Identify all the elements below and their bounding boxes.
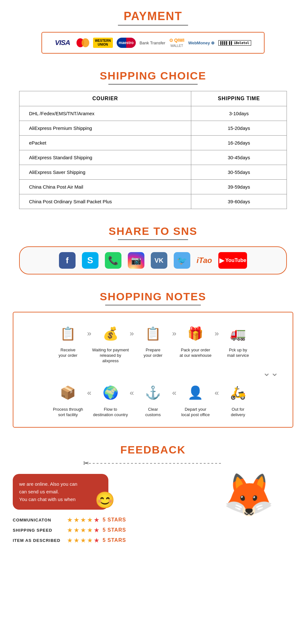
itao-icon[interactable]: iTao [197, 252, 212, 269]
qiwi-payment: ⊙ QIWIWALLET [169, 38, 185, 48]
arrow-2: » [130, 329, 134, 338]
western-union-logo: WESTERNUNION [93, 38, 113, 48]
item-stars: ★ ★ ★ ★ ★ [67, 536, 99, 544]
shopping-notes-section: SHOPPING NOTES 📋 Receiveyour order » 💰 W… [0, 281, 306, 434]
flow-label-depart: Depart yourlocal post office [181, 407, 210, 418]
skype-icon[interactable]: S [82, 252, 98, 269]
shipping-courier-6: China Post Ordinary Small Packet Plus [19, 194, 191, 209]
flow-item-out-delivery: 🛵 Out fordelivery [219, 381, 257, 418]
flow-label-receive: Receiveyour order [59, 348, 77, 358]
flow-item-pack: 🎁 Pack your orderat our warehouse [176, 322, 215, 358]
flow-item-receive: 📋 Receiveyour order [49, 322, 87, 358]
twitter-icon[interactable]: 🐦 [174, 252, 190, 269]
shipping-score: 5 STARS [103, 527, 126, 533]
flow-row-1: 📋 Receiveyour order » 💰 Waiting for paym… [20, 322, 286, 364]
flow-item-customs: ⚓ Clearcustoms [134, 381, 172, 418]
facebook-icon[interactable]: f [59, 252, 76, 269]
prepare-icon: 📋 [142, 322, 164, 345]
chat-emoji: 😊 [95, 487, 115, 513]
flow-row-2: 🛵 Out fordelivery « 👤 Depart yourlocal p… [20, 381, 286, 418]
shipping-courier-2: ePacket [19, 136, 191, 150]
communication-stars: ★ ★ ★ ★ ★ [67, 516, 99, 524]
money-icon: 💰 [99, 322, 122, 345]
communication-label: COMMUNICATON [13, 518, 64, 522]
qiwi-logo: ⊙ QIWIWALLET [169, 38, 185, 48]
shipping-courier-0: DHL /Fedex/EMS/TNT/Aramex [19, 106, 191, 121]
visa-logo: VISA [55, 39, 70, 47]
notes-underline [105, 305, 201, 305]
rating-shipping: SHIPPING SPEED ★ ★ ★ ★ ★ 5 STARS [13, 526, 198, 534]
flow-label-sort: Process throughsort facility [53, 407, 83, 418]
sns-icons-box: f S 📞 📷 VK 🐦 iTao ▶ YouTube [19, 246, 287, 274]
mascot-figure: 🦊 [223, 474, 274, 515]
truck-icon: 🚛 [227, 322, 250, 345]
person-icon: 👤 [184, 381, 207, 404]
shipping-time-2: 16-26days [191, 136, 287, 150]
arrow-rev-1: « [215, 388, 219, 397]
notes-flow-box: 📋 Receiveyour order » 💰 Waiting for paym… [13, 312, 293, 428]
shipping-time-6: 39-60days [191, 194, 287, 209]
shipping-time-5: 39-59days [191, 180, 287, 194]
chat-bubble: we are online. Also you cancan send us e… [13, 474, 108, 510]
flow-label-payment: Waiting for paymentreleased by alixpress [91, 348, 130, 364]
shipping-time-3: 30-45days [191, 150, 287, 165]
shipping-title: SHIPPING CHOICE [19, 70, 287, 82]
clipboard-icon: 📋 [56, 322, 79, 345]
shipping-time-1: 15-20days [191, 121, 287, 136]
chat-text: we are online. Also you cancan send us e… [19, 481, 77, 502]
mastercard-circle2 [82, 38, 89, 47]
shipping-time-0: 3-10days [191, 106, 287, 121]
flow-label-customs: Clearcustoms [145, 407, 161, 418]
arrow-3: » [172, 329, 176, 338]
scooter-icon: 🛵 [227, 381, 250, 404]
vk-icon[interactable]: VK [151, 252, 167, 269]
feedback-title: FEEDBACK [13, 444, 293, 456]
instagram-icon[interactable]: 📷 [128, 252, 144, 269]
western-union-payment: WESTERNUNION [93, 38, 113, 48]
payment-title: PAYMENT [6, 10, 300, 23]
payment-section: PAYMENT VISA WESTERNUNION maestro Bank T… [0, 0, 306, 60]
rating-item: ITEM AS DESCRIBED ★ ★ ★ ★ ★ 5 STARS [13, 536, 198, 544]
divider-line [89, 463, 223, 464]
shipping-label: SHIPPING SPEED [13, 528, 64, 533]
shipping-underline [108, 84, 198, 85]
feedback-divider: ✂ [13, 459, 293, 468]
flow-item-depart: 👤 Depart yourlocal post office [176, 381, 215, 418]
flow-item-destination: 🌍 Flow todestination country [91, 381, 130, 418]
payment-underline [118, 25, 188, 26]
flow-label-pickup: Pck up bymail service [227, 348, 249, 358]
shipping-time-4: 30-55days [191, 165, 287, 180]
rating-communication: COMMUNICATON ★ ★ ★ ★ ★ 5 STARS [13, 516, 198, 524]
scissors-icon: ✂ [83, 459, 89, 468]
shipping-courier-3: AliExpress Standard Shipping [19, 150, 191, 165]
visa-payment: VISA [55, 39, 70, 47]
arrow-rev-2: « [172, 388, 176, 397]
arrow-4: » [215, 329, 219, 338]
feedback-mascot: 🦊 [204, 474, 293, 515]
ratings-section: COMMUNICATON ★ ★ ★ ★ ★ 5 STARS SHIPPING … [13, 516, 198, 544]
flow-label-pack: Pack your orderat our warehouse [179, 348, 211, 358]
whatsapp-icon[interactable]: 📞 [105, 252, 121, 269]
flow-item-prepare: 📋 Prepareyour order [134, 322, 172, 358]
shipping-courier-4: AliExpress Saver Shipping [19, 165, 191, 180]
item-score: 5 STARS [103, 537, 126, 543]
maestro-logo: maestro [117, 38, 136, 48]
flow-item-pickup: 🚛 Pck up bymail service [219, 322, 257, 358]
flow-item-sort: 📦 Process throughsort facility [49, 381, 87, 418]
flow-label-destination: Flow todestination country [93, 407, 128, 418]
iboletol-logo: ▌▌▌▌▐▐ iBoletol [218, 40, 251, 46]
shipping-courier-5: China China Post Air Mail [19, 180, 191, 194]
sns-section: SHARE TO SNS f S 📞 📷 VK 🐦 iTao ▶ YouTube [0, 215, 306, 281]
flow-label-prepare: Prepareyour order [143, 348, 162, 358]
sns-title: SHARE TO SNS [19, 225, 287, 237]
maestro-payment: maestro [117, 38, 136, 48]
shipping-stars: ★ ★ ★ ★ ★ [67, 526, 99, 534]
youtube-icon[interactable]: ▶ YouTube [218, 252, 247, 269]
shopping-notes-title: SHOPPING NOTES [13, 290, 293, 303]
sns-underline [118, 239, 188, 240]
warehouse-icon: 📦 [56, 381, 79, 404]
anchor-icon: ⚓ [142, 381, 164, 404]
shipping-section: SHIPPING CHOICE COURIER SHIPPING TIME DH… [0, 60, 306, 215]
iboletol-payment: ▌▌▌▌▐▐ iBoletol [218, 40, 251, 46]
shipping-courier-1: AliExpress Premium Shipping [19, 121, 191, 136]
